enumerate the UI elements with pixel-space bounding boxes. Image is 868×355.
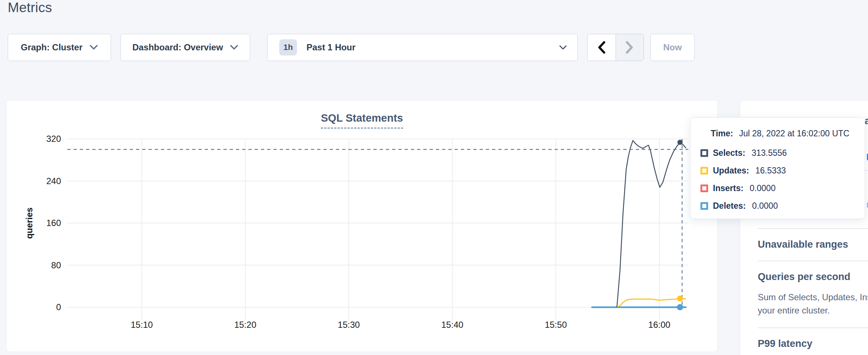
now-button[interactable]: Now xyxy=(650,34,695,61)
svg-text:160: 160 xyxy=(46,218,61,228)
divider xyxy=(758,228,868,229)
series-swatch-icon xyxy=(700,149,708,157)
chevron-down-icon xyxy=(89,44,98,50)
time-pager xyxy=(587,34,644,61)
series-value: 313.5556 xyxy=(752,148,787,158)
sidebar-section-heading[interactable]: Unavailable ranges xyxy=(758,239,868,250)
series-label: Deletes: xyxy=(713,201,746,211)
chart-title[interactable]: SQL Statements xyxy=(321,112,403,129)
series-line-selects xyxy=(617,140,686,307)
series-label: Updates: xyxy=(713,166,749,176)
highlight-dot-deletes xyxy=(677,304,683,311)
time-range-selector[interactable]: 1h Past 1 Hour xyxy=(267,34,578,61)
series-value: 0.0000 xyxy=(752,201,778,211)
dashboard-dropdown-label: Dashboard: Overview xyxy=(132,42,223,53)
divider xyxy=(758,327,868,328)
sidebar-section: P99 latency xyxy=(758,327,868,349)
divider xyxy=(758,261,868,261)
svg-text:15:10: 15:10 xyxy=(131,320,153,330)
gridlines xyxy=(67,139,688,320)
highlight-dot-updates xyxy=(677,295,683,301)
time-next-button[interactable] xyxy=(616,34,644,61)
sidebar-section: Queries per second Sum of Selects, Updat… xyxy=(758,261,868,317)
time-range-badge: 1h xyxy=(279,39,297,55)
now-button-label: Now xyxy=(663,42,682,53)
chevron-down-icon xyxy=(559,45,567,50)
axis-labels: 08016024032015:1015:2015:3015:4015:5016:… xyxy=(24,134,670,330)
clipped-sidebar-heading-fragment: a xyxy=(865,115,868,127)
chevron-right-icon xyxy=(625,41,634,54)
svg-text:16:00: 16:00 xyxy=(648,320,670,330)
sidebar-section-description: Sum of Selects, Updates, Inseryour entir… xyxy=(758,291,868,317)
tooltip-series-row: Updates: 16.5333 xyxy=(700,162,861,179)
tooltip-series-row: Inserts: 0.0000 xyxy=(700,179,861,197)
svg-text:240: 240 xyxy=(46,176,61,186)
clipped-divider-fragment xyxy=(865,170,868,171)
series-swatch-icon xyxy=(700,184,708,192)
svg-text:queries: queries xyxy=(24,207,34,239)
sidebar-section: Unavailable ranges xyxy=(758,228,868,250)
metrics-page: Metrics Graph: Cluster Dashboard: Overvi… xyxy=(0,0,868,355)
series-value: 16.5333 xyxy=(755,166,786,176)
dashboard-dropdown[interactable]: Dashboard: Overview xyxy=(121,34,250,61)
series-label: Selects: xyxy=(713,148,745,158)
svg-text:15:30: 15:30 xyxy=(338,320,360,330)
sql-statements-chart[interactable]: 08016024032015:1015:2015:3015:4015:5016:… xyxy=(7,100,718,352)
tooltip-time-value: Jul 28, 2022 at 16:02:00 UTC xyxy=(739,129,849,138)
highlight-dot-selects xyxy=(677,140,682,145)
svg-text:0: 0 xyxy=(56,302,61,312)
time-prev-button[interactable] xyxy=(588,34,616,61)
chevron-down-icon xyxy=(230,44,238,50)
svg-text:15:20: 15:20 xyxy=(234,320,256,330)
tooltip-time-row: Time:Jul 28, 2022 at 16:02:00 UTC xyxy=(711,129,849,139)
time-range-label: Past 1 Hour xyxy=(306,42,355,53)
page-title: Metrics xyxy=(8,0,52,15)
series-value: 0.0000 xyxy=(750,183,775,193)
series-swatch-icon xyxy=(700,202,708,210)
tooltip-time-label: Time: xyxy=(711,129,733,138)
svg-text:15:50: 15:50 xyxy=(545,320,567,330)
sidebar-section-heading[interactable]: P99 latency xyxy=(758,338,868,349)
graph-dropdown-label: Graph: Cluster xyxy=(21,42,82,53)
chart-tooltip: Time:Jul 28, 2022 at 16:02:00 UTC Select… xyxy=(690,117,865,219)
sidebar-sections: Unavailable ranges Queries per second Su… xyxy=(758,228,868,355)
chevron-left-icon xyxy=(598,41,606,54)
series-lines xyxy=(592,140,686,307)
tooltip-rows: Selects: 313.5556 Updates: 16.5333 Inser… xyxy=(700,144,861,215)
sql-statements-panel: 08016024032015:1015:2015:3015:4015:5016:… xyxy=(6,100,718,352)
tooltip-series-row: Selects: 313.5556 xyxy=(700,144,861,162)
svg-text:80: 80 xyxy=(51,260,61,270)
series-line-updates xyxy=(617,298,686,307)
series-label: Inserts: xyxy=(713,183,743,193)
tooltip-series-row: Deletes: 0.0000 xyxy=(700,197,861,215)
series-swatch-icon xyxy=(700,167,708,175)
svg-text:15:40: 15:40 xyxy=(441,320,463,330)
chart-title-wrap: SQL Statements xyxy=(7,112,717,129)
sidebar-section-heading[interactable]: Queries per second xyxy=(758,271,868,283)
svg-text:320: 320 xyxy=(46,134,61,144)
graph-dropdown[interactable]: Graph: Cluster xyxy=(8,34,111,61)
